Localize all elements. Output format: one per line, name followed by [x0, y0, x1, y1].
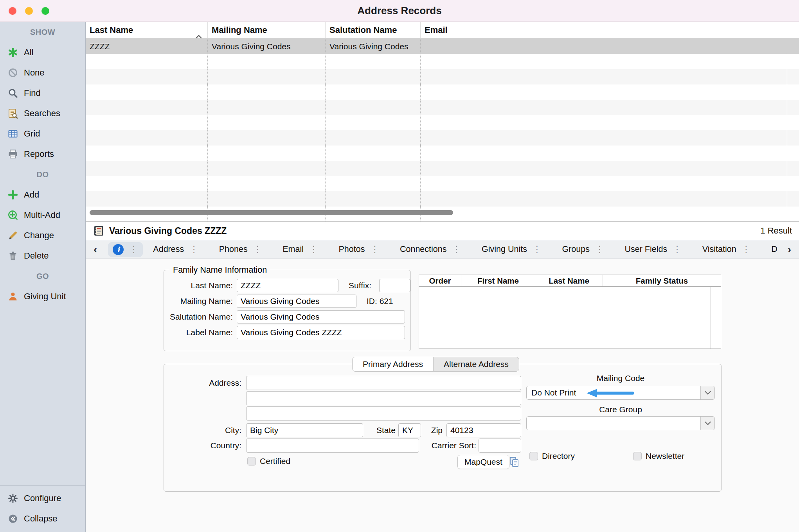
column-label: Email	[425, 25, 448, 35]
tab-phones[interactable]: Phones⋮	[219, 244, 262, 254]
sidebar-section-do: DO	[0, 164, 85, 185]
sidebar-item-multi-add[interactable]: Multi-Add	[0, 205, 85, 225]
horizontal-scrollbar[interactable]	[90, 210, 453, 215]
tabs-scroll-left-icon[interactable]: ‹	[92, 241, 99, 258]
sidebar-item-change[interactable]: Change	[0, 225, 85, 246]
label-name-label: Label Name:	[164, 328, 233, 337]
sidebar-item-all[interactable]: All	[0, 42, 85, 63]
tab-groups[interactable]: Groups⋮	[562, 244, 604, 254]
mapquest-button[interactable]: MapQuest	[457, 455, 509, 469]
mailing-name-field[interactable]	[237, 295, 356, 308]
care-group-dropdown[interactable]	[526, 416, 715, 430]
tab-menu-icon[interactable]: ⋮	[370, 245, 379, 254]
tab-alternate-address[interactable]: Alternate Address	[433, 357, 519, 371]
zip-field[interactable]	[446, 423, 521, 437]
tab-menu-icon[interactable]: ⋮	[253, 245, 262, 254]
suffix-field[interactable]	[379, 279, 410, 292]
titlebar: Address Records	[0, 0, 799, 22]
certified-label: Certified	[260, 454, 290, 468]
sidebar-item-find[interactable]: Find	[0, 83, 85, 103]
sidebar-item-grid[interactable]: Grid	[0, 124, 85, 144]
certified-checkbox[interactable]	[247, 457, 256, 466]
sidebar-item-configure[interactable]: Configure	[0, 488, 85, 509]
directory-checkbox[interactable]	[529, 452, 538, 460]
trash-icon	[7, 250, 19, 262]
cell-last-name: ZZZZ	[86, 39, 208, 54]
tab-user-fields[interactable]: User Fields⋮	[625, 244, 682, 254]
sidebar-item-label: None	[24, 68, 45, 78]
sidebar-item-label: Grid	[24, 129, 40, 139]
printer-icon	[7, 148, 19, 160]
column-header-last-name[interactable]: Last Name	[535, 275, 603, 286]
tab-menu-icon[interactable]: ⋮	[309, 245, 318, 254]
tab-menu-icon[interactable]: ⋮	[742, 245, 751, 254]
newsletter-checkbox[interactable]	[633, 452, 642, 460]
sidebar-item-searches[interactable]: Searches	[0, 103, 85, 124]
record-header: Various Giving Codes ZZZZ 1 Result	[86, 222, 799, 240]
tab-menu-icon[interactable]: ⋮	[189, 245, 198, 254]
members-scrollbar-track	[710, 287, 711, 349]
person-icon	[7, 291, 19, 302]
sidebar-item-label: All	[24, 47, 33, 58]
address-line2-field[interactable]	[246, 391, 521, 405]
salutation-name-field[interactable]	[237, 310, 405, 324]
tab-menu-icon[interactable]: ⋮	[129, 245, 138, 254]
record-title: Various Giving Codes ZZZZ	[109, 226, 227, 236]
label-name-field[interactable]	[237, 326, 405, 339]
tab-info[interactable]: i ⋮	[108, 242, 143, 257]
column-header-mailing-name[interactable]: Mailing Name	[208, 22, 326, 38]
tab-menu-icon[interactable]: ⋮	[595, 245, 604, 254]
tab-photos[interactable]: Photos⋮	[338, 244, 379, 254]
column-header-family-status[interactable]: Family Status	[603, 275, 721, 286]
record-row-selected[interactable]: ZZZZ Various Giving Codes Various Giving…	[86, 39, 799, 54]
tabs-scroll-right-icon[interactable]: ›	[786, 241, 793, 258]
state-field[interactable]	[398, 423, 421, 437]
tab-menu-icon[interactable]: ⋮	[533, 245, 542, 254]
sidebar-item-label: Find	[24, 88, 41, 98]
sidebar-item-giving-unit[interactable]: Giving Unit	[0, 286, 85, 307]
column-label: Salutation Name	[329, 25, 397, 35]
tab-visitation[interactable]: Visitation⋮	[702, 244, 751, 254]
chevron-down-icon	[700, 386, 714, 399]
carrier-sort-field[interactable]	[479, 439, 521, 453]
tab-menu-icon[interactable]: ⋮	[452, 245, 461, 254]
address-line1-field[interactable]	[246, 376, 521, 390]
sidebar-item-reports[interactable]: Reports	[0, 144, 85, 164]
magnifier-icon	[7, 87, 19, 99]
country-field[interactable]	[246, 439, 419, 453]
column-header-email[interactable]: Email	[421, 22, 799, 38]
sidebar-item-collapse[interactable]: Collapse	[0, 509, 85, 529]
tab-primary-address[interactable]: Primary Address	[353, 357, 433, 371]
suffix-label: Suffix:	[349, 281, 371, 290]
sidebar-item-delete[interactable]: Delete	[0, 246, 85, 266]
tab-menu-icon[interactable]: ⋮	[673, 245, 682, 254]
records-table-header: Last Name Mailing Name Salutation Name E…	[86, 22, 799, 39]
city-field[interactable]	[246, 423, 363, 437]
directory-label: Directory	[542, 449, 575, 463]
prohibited-icon	[7, 67, 19, 79]
copy-pages-icon[interactable]	[508, 456, 520, 468]
cell-mailing-name: Various Giving Codes	[208, 39, 326, 54]
empty-row	[86, 69, 799, 84]
sidebar-item-none[interactable]: None	[0, 63, 85, 83]
tab-truncated[interactable]: D	[771, 244, 777, 254]
tab-giving-units[interactable]: Giving Units⋮	[482, 244, 542, 254]
records-list: Last Name Mailing Name Salutation Name E…	[86, 22, 799, 222]
cell-email	[421, 39, 799, 54]
tab-email[interactable]: Email⋮	[283, 244, 318, 254]
tab-address[interactable]: Address⋮	[153, 244, 198, 254]
care-group-label: Care Group	[526, 403, 715, 417]
tabs-row: Address⋮ Phones⋮ Email⋮ Photos⋮ Connecti…	[153, 244, 777, 254]
address-line3-field[interactable]	[246, 406, 521, 421]
empty-row	[86, 146, 799, 161]
last-name-field[interactable]	[237, 279, 338, 292]
sidebar-item-add[interactable]: Add	[0, 185, 85, 205]
column-header-salutation-name[interactable]: Salutation Name	[326, 22, 421, 38]
tab-connections[interactable]: Connections⋮	[400, 244, 461, 254]
column-header-order[interactable]: Order	[419, 275, 461, 286]
family-name-information-box: Family Name Information Last Name: Suffi…	[164, 270, 411, 351]
record-tab-bar: ‹ i ⋮ Address⋮ Phones⋮ Email⋮ Photos⋮ Co…	[86, 240, 799, 259]
column-header-last-name[interactable]: Last Name	[86, 22, 208, 38]
empty-row	[86, 100, 799, 115]
column-header-first-name[interactable]: First Name	[461, 275, 535, 286]
